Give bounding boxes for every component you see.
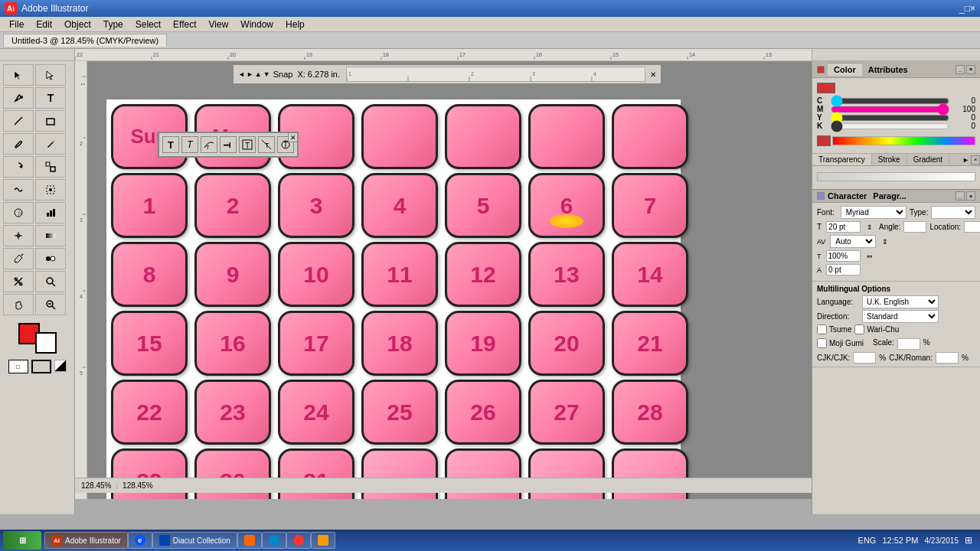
calendar-day-26[interactable]: 26 xyxy=(445,380,521,445)
wari-chu-checkbox[interactable] xyxy=(854,324,864,334)
snap-nav-next[interactable]: ► xyxy=(247,70,253,78)
menu-select[interactable]: Select xyxy=(129,18,167,31)
calendar-day-23[interactable]: 23 xyxy=(194,380,271,445)
calendar-day-2[interactable]: 2 xyxy=(194,173,271,238)
font-select[interactable]: Myriad xyxy=(841,206,906,219)
pen-tool[interactable] xyxy=(3,87,34,109)
color-panel-close[interactable]: × xyxy=(966,65,975,74)
transparency-tab[interactable]: Transparency xyxy=(812,154,872,165)
menu-object[interactable]: Object xyxy=(58,18,97,31)
calendar-day-17[interactable]: 17 xyxy=(278,311,354,376)
angle-input[interactable] xyxy=(903,221,926,233)
none-indicator[interactable] xyxy=(54,360,67,372)
location-input[interactable] xyxy=(964,221,980,233)
start-button[interactable]: ⊞ xyxy=(3,531,41,549)
calendar-day-3[interactable]: 3 xyxy=(278,173,354,238)
calendar-day-8[interactable]: 8 xyxy=(111,242,188,307)
type-tool[interactable]: T xyxy=(35,87,66,109)
text-tools-close[interactable]: ✕ xyxy=(288,132,298,142)
pencil-tool[interactable] xyxy=(35,133,66,155)
graph-tool[interactable] xyxy=(35,202,66,223)
trans-panel-close[interactable]: × xyxy=(971,155,980,165)
horiz-scale-input[interactable] xyxy=(826,250,861,262)
menu-edit[interactable]: Edit xyxy=(30,18,58,31)
vert-area-type-btn[interactable]: T xyxy=(239,136,256,153)
calendar-day-18[interactable]: 18 xyxy=(361,311,438,376)
calendar-day-14[interactable]: 14 xyxy=(612,242,688,307)
scale-tool[interactable] xyxy=(35,156,66,178)
type-select[interactable] xyxy=(931,206,975,219)
blend-tool[interactable] xyxy=(35,248,66,269)
paragraph-tab-btn[interactable]: Paragr... xyxy=(873,191,906,201)
hand-tool[interactable] xyxy=(3,294,34,315)
transparency-bar[interactable] xyxy=(817,172,975,181)
vertical-type-btn[interactable]: T xyxy=(220,136,237,153)
tracking-select[interactable]: Auto xyxy=(830,235,876,248)
language-select[interactable]: U.K. English English xyxy=(862,295,939,308)
stroke-tab[interactable]: Stroke xyxy=(872,154,907,165)
char-panel-minimize[interactable]: _ xyxy=(956,191,965,201)
color-panel-minimize[interactable]: _ xyxy=(956,65,965,74)
calendar-day-10[interactable]: 10 xyxy=(278,242,354,307)
snap-nav-prev[interactable]: ◄ xyxy=(238,70,245,78)
calendar-day-27[interactable]: 27 xyxy=(528,380,605,445)
menu-window[interactable]: Window xyxy=(234,18,279,31)
rotate-tool[interactable] xyxy=(3,156,34,178)
free-transform-tool[interactable] xyxy=(35,179,66,201)
color-swap[interactable] xyxy=(18,323,57,354)
calendar-day-16[interactable]: 16 xyxy=(194,311,271,376)
minimize-button[interactable]: _ xyxy=(959,3,965,14)
menu-effect[interactable]: Effect xyxy=(167,18,202,31)
fill-indicator[interactable]: □ xyxy=(8,360,28,373)
taskbar-app-3[interactable] xyxy=(237,532,262,549)
close-button[interactable]: × xyxy=(970,3,975,14)
gradient-tool[interactable] xyxy=(35,225,66,246)
color-tab[interactable]: Color xyxy=(828,63,862,76)
zoom-tool[interactable] xyxy=(35,271,66,292)
notifications-icon[interactable]: ⊞ xyxy=(965,535,972,546)
tsume-checkbox[interactable] xyxy=(817,324,827,334)
eyedropper-tool[interactable] xyxy=(3,248,34,269)
cjk-input[interactable]: 100 xyxy=(853,352,876,364)
k-slider[interactable] xyxy=(831,123,949,129)
calendar-day-22[interactable]: 22 xyxy=(111,380,188,445)
snap-nav-down[interactable]: ▼ xyxy=(263,70,270,78)
char-panel-close[interactable]: × xyxy=(966,191,975,201)
path-type-btn[interactable]: T xyxy=(201,136,217,153)
menu-view[interactable]: View xyxy=(203,18,235,31)
calendar-day-7[interactable]: 7 xyxy=(612,173,688,238)
line-tool[interactable] xyxy=(3,110,34,132)
direction-select[interactable]: Standard xyxy=(862,310,939,323)
cjk-roman-input[interactable]: 100 xyxy=(936,352,959,364)
titlebar-controls[interactable]: _ □ × xyxy=(959,3,975,14)
color-spectrum-bar[interactable] xyxy=(832,136,975,145)
trans-panel-expand[interactable]: ► xyxy=(962,156,969,164)
taskbar-app-illustrator[interactable]: Ai Adobe Illustrator xyxy=(44,532,128,549)
symbol-tool[interactable]: ☆ xyxy=(3,202,34,223)
calendar-day-9[interactable]: 9 xyxy=(194,242,271,307)
paintbrush-tool[interactable] xyxy=(3,133,34,155)
background-color[interactable] xyxy=(35,332,57,354)
rect-tool[interactable] xyxy=(35,110,66,132)
zoom-out-tool[interactable] xyxy=(35,294,66,315)
calendar-day-13[interactable]: 13 xyxy=(528,242,605,307)
snap-close-btn[interactable]: ✕ xyxy=(650,70,656,79)
area-type-btn[interactable]: T xyxy=(181,136,198,153)
calendar-day-24[interactable]: 24 xyxy=(278,380,354,445)
calendar-day-11[interactable]: 11 xyxy=(361,242,438,307)
canvas[interactable]: ◄ ► ▲ ▼ Snap X: 6.278 in. 1 2 xyxy=(87,61,812,499)
doc-tab[interactable]: Untitled-3 @ 128.45% (CMYK/Preview) xyxy=(3,34,167,47)
calendar-day-20[interactable]: 20 xyxy=(528,311,605,376)
font-size-input[interactable] xyxy=(826,221,861,233)
gradient-tab[interactable]: Gradient xyxy=(907,154,949,165)
calendar-day-19[interactable]: 19 xyxy=(445,311,521,376)
stroke-indicator[interactable] xyxy=(31,360,51,373)
calendar-day-6[interactable]: 6 xyxy=(528,173,605,238)
menu-file[interactable]: File xyxy=(3,18,30,31)
taskbar-app-diacut[interactable]: Diacut Collection xyxy=(152,532,237,549)
mesh-tool[interactable] xyxy=(3,225,34,246)
menu-type[interactable]: Type xyxy=(97,18,129,31)
taskbar-app-ie[interactable]: e xyxy=(128,532,152,549)
calendar-day-5[interactable]: 5 xyxy=(445,173,521,238)
menu-help[interactable]: Help xyxy=(279,18,311,31)
